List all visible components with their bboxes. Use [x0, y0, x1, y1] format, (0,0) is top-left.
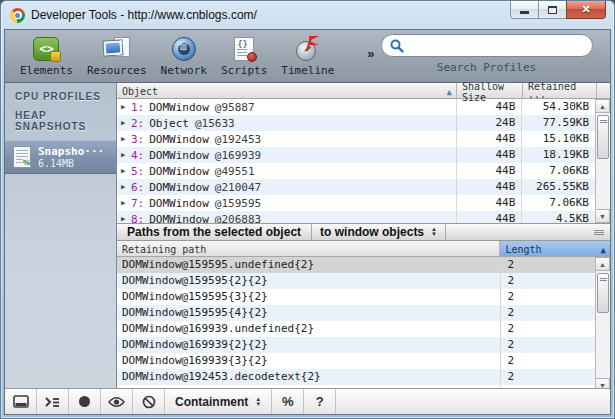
- disclosure-triangle-icon[interactable]: ▶: [121, 199, 131, 207]
- tab-resources[interactable]: Resources: [80, 33, 154, 77]
- path-row[interactable]: DOMWindow@169939{2}{2}2: [117, 337, 595, 353]
- object-row[interactable]: ▶4:DOMWindow@169939 44B 18.19KB: [117, 147, 595, 163]
- title-bar[interactable]: Developer Tools - http://www.cnblogs.com…: [1, 1, 614, 29]
- resize-grip-icon[interactable]: [594, 230, 604, 235]
- close-button[interactable]: ✕: [566, 1, 606, 19]
- close-icon: ✕: [581, 3, 590, 16]
- path-row[interactable]: DOMWindow@159595{2}{2}2: [117, 273, 595, 289]
- object-grid-header: Object ▲ Shallow Size Retained ···: [117, 83, 610, 99]
- column-header-length[interactable]: Length ▲: [500, 241, 610, 256]
- maximize-icon: [548, 6, 557, 14]
- window-body: <> Elements Resources Network {} Scripts…: [4, 29, 611, 415]
- minimize-icon: [520, 11, 529, 14]
- tab-network[interactable]: Network: [154, 33, 214, 77]
- window-controls: ✕: [510, 1, 606, 19]
- sort-ascending-icon: ▲: [447, 87, 452, 97]
- maximize-button[interactable]: [539, 1, 566, 19]
- dropdown-spinner-icon: ▲▼: [255, 397, 261, 407]
- view-mode-dropdown[interactable]: Containment ▲▼: [165, 389, 272, 414]
- search-profiles-label: Search Profiles: [437, 61, 536, 74]
- toolbar-overflow-chevron[interactable]: »: [367, 46, 374, 61]
- disclosure-triangle-icon[interactable]: ▶: [121, 103, 131, 111]
- sidebar-item-snapshot[interactable]: % Snapsho··· 6.14MB: [5, 140, 116, 174]
- paths-grid: DOMWindow@159595.undefined{2}2 DOMWindow…: [117, 257, 595, 392]
- object-grid: ▶1:DOMWindow@95887 44B 54.30KB ▶2:Object…: [117, 99, 595, 223]
- statusbar-filler: [336, 389, 610, 414]
- eye-icon: [108, 396, 125, 408]
- scroll-up-icon[interactable]: ▲: [596, 257, 610, 271]
- snapshot-size: 6.14MB: [38, 158, 104, 169]
- column-header-filler: [597, 83, 610, 98]
- minimize-button[interactable]: [510, 1, 539, 19]
- record-icon: [78, 395, 91, 408]
- disclosure-triangle-icon[interactable]: ▶: [121, 119, 131, 127]
- object-row[interactable]: ▶5:DOMWindow@49551 44B 7.06KB: [117, 163, 595, 179]
- search-box[interactable]: [381, 34, 593, 57]
- percent-toggle-button[interactable]: %: [272, 389, 304, 414]
- path-row[interactable]: DOMWindow@169939.undefined{2}2: [117, 321, 595, 337]
- path-row[interactable]: DOMWindow@159595{4}{2}2: [117, 305, 595, 321]
- snapshot-name: Snapsho···: [38, 145, 104, 158]
- sort-ascending-icon: ▲: [601, 245, 606, 255]
- search-area: Search Profiles: [381, 34, 593, 74]
- scroll-up-icon[interactable]: ▲: [596, 99, 610, 113]
- scroll-down-icon[interactable]: ▼: [596, 209, 610, 223]
- console-button[interactable]: [37, 389, 69, 414]
- scripts-icon: {}: [234, 37, 254, 61]
- object-row[interactable]: ▶2:Object@15633 24B 77.59KB: [117, 115, 595, 131]
- disclosure-triangle-icon[interactable]: ▶: [121, 215, 131, 223]
- paths-toolbar: Paths from the selected object to window…: [117, 223, 610, 241]
- sidebar-section-cpu-profiles[interactable]: CPU PROFILES: [5, 83, 116, 102]
- tab-elements[interactable]: <> Elements: [13, 33, 80, 77]
- elements-icon: <>: [33, 37, 59, 61]
- network-icon: [172, 37, 196, 61]
- path-row[interactable]: DOMWindow@159595{3}{2}2: [117, 289, 595, 305]
- disclosure-triangle-icon[interactable]: ▶: [121, 135, 131, 143]
- column-header-object[interactable]: Object ▲: [117, 83, 457, 98]
- chrome-icon: [10, 8, 25, 23]
- paths-from-label: Paths from the selected object: [117, 224, 312, 240]
- inspect-eye-button[interactable]: [101, 389, 133, 414]
- tab-scripts[interactable]: {} Scripts: [214, 33, 274, 77]
- dock-icon: [13, 395, 29, 408]
- scrollbar-thumb[interactable]: [597, 115, 609, 159]
- object-row[interactable]: ▶6:DOMWindow@210047 44B 265.55KB: [117, 179, 595, 195]
- heap-snapshot-icon: %: [13, 146, 31, 168]
- disclosure-triangle-icon[interactable]: ▶: [121, 167, 131, 175]
- sidebar-section-heap-snapshots[interactable]: HEAP SNAPSHOTS: [5, 102, 116, 132]
- window-title: Developer Tools - http://www.cnblogs.com…: [31, 8, 257, 22]
- exclude-button[interactable]: [133, 389, 165, 414]
- timeline-icon: [296, 37, 320, 61]
- object-row[interactable]: ▶3:DOMWindow@192453 44B 15.10KB: [117, 131, 595, 147]
- path-row[interactable]: DOMWindow@159595.undefined{2}2: [117, 257, 595, 273]
- object-row[interactable]: ▶7:DOMWindow@159595 44B 7.06KB: [117, 195, 595, 211]
- console-icon: [44, 396, 61, 408]
- devtools-window: Developer Tools - http://www.cnblogs.com…: [0, 0, 615, 419]
- search-input[interactable]: [404, 39, 574, 53]
- paths-filter-dropdown[interactable]: to window objects ▲▼: [312, 224, 446, 240]
- record-button[interactable]: [69, 389, 101, 414]
- object-row[interactable]: ▶8:DOMWindow@206883 44B 4.5KB: [117, 211, 595, 223]
- column-header-shallow-size[interactable]: Shallow Size: [457, 83, 523, 98]
- path-row[interactable]: DOMWindow@192453.decodetext{2}2: [117, 369, 595, 385]
- paths-grid-header: Retaining path Length ▲: [117, 241, 610, 257]
- snapshot-view: Object ▲ Shallow Size Retained ··· ▶1:DO…: [117, 83, 610, 388]
- disclosure-triangle-icon[interactable]: ▶: [121, 183, 131, 191]
- profiles-sidebar: CPU PROFILES HEAP SNAPSHOTS % Snapsho···…: [5, 83, 117, 388]
- tab-timeline[interactable]: Timeline: [274, 33, 341, 77]
- object-row[interactable]: ▶1:DOMWindow@95887 44B 54.30KB: [117, 99, 595, 115]
- column-header-retained[interactable]: Retained ···: [523, 83, 597, 98]
- column-header-retaining-path[interactable]: Retaining path: [117, 241, 500, 256]
- dropdown-spinner-icon: ▲▼: [431, 227, 437, 237]
- help-button[interactable]: ?: [304, 389, 336, 414]
- dock-button[interactable]: [5, 389, 37, 414]
- path-row[interactable]: DOMWindow@169939{3}{2}2: [117, 353, 595, 369]
- scrollbar-thumb[interactable]: [597, 273, 609, 313]
- devtools-toolbar: <> Elements Resources Network {} Scripts…: [5, 30, 610, 83]
- disclosure-triangle-icon[interactable]: ▶: [121, 151, 131, 159]
- object-grid-scrollbar[interactable]: ▲ ▼: [595, 99, 610, 223]
- search-icon: [390, 39, 404, 53]
- paths-grid-scrollbar[interactable]: ▲ ▼: [595, 257, 610, 392]
- no-entry-icon: [142, 395, 156, 409]
- resources-icon: [104, 37, 130, 61]
